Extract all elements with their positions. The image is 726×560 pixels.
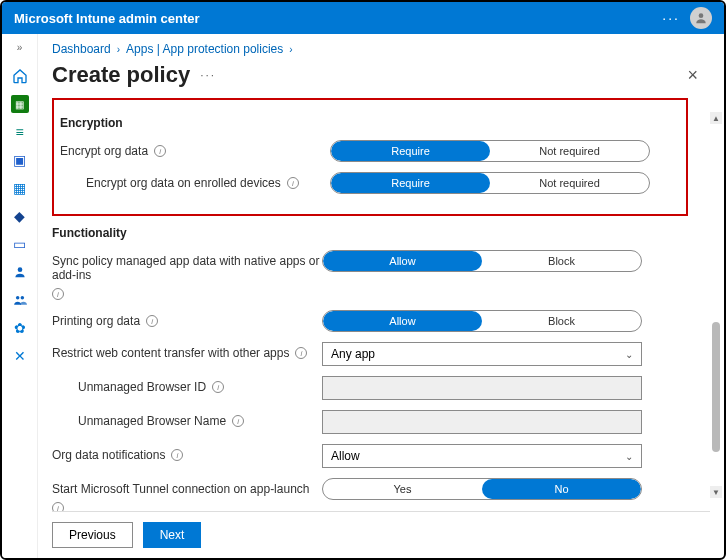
avatar[interactable] [690, 7, 712, 29]
encrypt-org-toggle[interactable]: Require Not required [330, 140, 650, 162]
reports-icon[interactable]: ▭ [11, 235, 29, 253]
encryption-highlight: Encryption Encrypt org data i Require No… [52, 98, 688, 216]
notifications-dropdown[interactable]: Allow ⌄ [322, 444, 642, 468]
info-icon[interactable]: i [146, 315, 158, 327]
svg-point-3 [20, 296, 24, 300]
encrypt-org-notrequired[interactable]: Not required [490, 141, 649, 161]
scrollbar[interactable]: ▲ ▼ [710, 112, 722, 498]
info-icon[interactable]: i [295, 347, 307, 359]
dashboard-icon[interactable]: ▦ [11, 95, 29, 113]
encrypt-enrolled-toggle[interactable]: Require Not required [330, 172, 650, 194]
next-button[interactable]: Next [143, 522, 202, 548]
home-icon[interactable] [11, 67, 29, 85]
svg-point-1 [17, 267, 22, 272]
footer: Previous Next [52, 511, 710, 558]
chevron-right-icon: › [289, 44, 292, 55]
sync-block[interactable]: Block [482, 251, 641, 271]
encrypt-enrolled-label: Encrypt org data on enrolled devices [86, 176, 281, 190]
info-icon[interactable]: i [52, 502, 64, 511]
section-functionality-title: Functionality [52, 226, 688, 240]
restrict-web-dropdown[interactable]: Any app ⌄ [322, 342, 642, 366]
apps-icon[interactable]: ▦ [11, 179, 29, 197]
list-icon[interactable]: ≡ [11, 123, 29, 141]
section-encryption-title: Encryption [60, 116, 680, 130]
browser-name-label: Unmanaged Browser Name [78, 414, 226, 428]
browser-id-label: Unmanaged Browser ID [78, 380, 206, 394]
breadcrumb-apps[interactable]: Apps | App protection policies [126, 42, 283, 56]
scroll-down-icon[interactable]: ▼ [710, 486, 722, 498]
page-more-icon[interactable]: ··· [200, 68, 216, 82]
breadcrumb: Dashboard › Apps | App protection polici… [52, 42, 710, 56]
devices-icon[interactable]: ▣ [11, 151, 29, 169]
browser-name-input [322, 410, 642, 434]
tunnel-no[interactable]: No [482, 479, 641, 499]
info-icon[interactable]: i [154, 145, 166, 157]
printing-block[interactable]: Block [482, 311, 641, 331]
sync-label: Sync policy managed app data with native… [52, 254, 322, 282]
info-icon[interactable]: i [287, 177, 299, 189]
svg-point-0 [699, 13, 704, 18]
sidebar-expand-icon[interactable]: » [17, 42, 23, 53]
scroll-thumb[interactable] [712, 322, 720, 452]
scroll-up-icon[interactable]: ▲ [710, 112, 722, 124]
sync-toggle[interactable]: Allow Block [322, 250, 642, 272]
chevron-down-icon: ⌄ [625, 451, 633, 462]
endpoint-security-icon[interactable]: ◆ [11, 207, 29, 225]
chevron-right-icon: › [117, 44, 120, 55]
info-icon[interactable]: i [171, 449, 183, 461]
page-title: Create policy [52, 62, 190, 88]
encrypt-enrolled-notrequired[interactable]: Not required [490, 173, 649, 193]
notifications-value: Allow [331, 449, 360, 463]
encrypt-org-label: Encrypt org data [60, 144, 148, 158]
users-icon[interactable] [11, 263, 29, 281]
encrypt-org-require[interactable]: Require [331, 141, 490, 161]
info-icon[interactable]: i [212, 381, 224, 393]
more-icon[interactable]: ··· [662, 10, 680, 26]
restrict-web-label: Restrict web content transfer with other… [52, 346, 289, 360]
titlebar: Microsoft Intune admin center ··· [2, 2, 724, 34]
app-title: Microsoft Intune admin center [14, 11, 662, 26]
printing-allow[interactable]: Allow [323, 311, 482, 331]
sync-allow[interactable]: Allow [323, 251, 482, 271]
browser-id-input [322, 376, 642, 400]
sidebar: » ▦ ≡ ▣ ▦ ◆ ▭ ✿ ✕ [2, 34, 38, 558]
troubleshoot-icon[interactable]: ✕ [11, 347, 29, 365]
encrypt-enrolled-require[interactable]: Require [331, 173, 490, 193]
previous-button[interactable]: Previous [52, 522, 133, 548]
info-icon[interactable]: i [52, 288, 64, 300]
notifications-label: Org data notifications [52, 448, 165, 462]
tunnel-yes[interactable]: Yes [323, 479, 482, 499]
printing-label: Printing org data [52, 314, 140, 328]
restrict-web-value: Any app [331, 347, 375, 361]
info-icon[interactable]: i [232, 415, 244, 427]
tenant-admin-icon[interactable]: ✿ [11, 319, 29, 337]
tunnel-toggle[interactable]: Yes No [322, 478, 642, 500]
close-icon[interactable]: × [687, 65, 698, 86]
breadcrumb-dashboard[interactable]: Dashboard [52, 42, 111, 56]
chevron-down-icon: ⌄ [625, 349, 633, 360]
printing-toggle[interactable]: Allow Block [322, 310, 642, 332]
tunnel-label: Start Microsoft Tunnel connection on app… [52, 482, 309, 496]
groups-icon[interactable] [11, 291, 29, 309]
svg-point-2 [15, 296, 18, 300]
